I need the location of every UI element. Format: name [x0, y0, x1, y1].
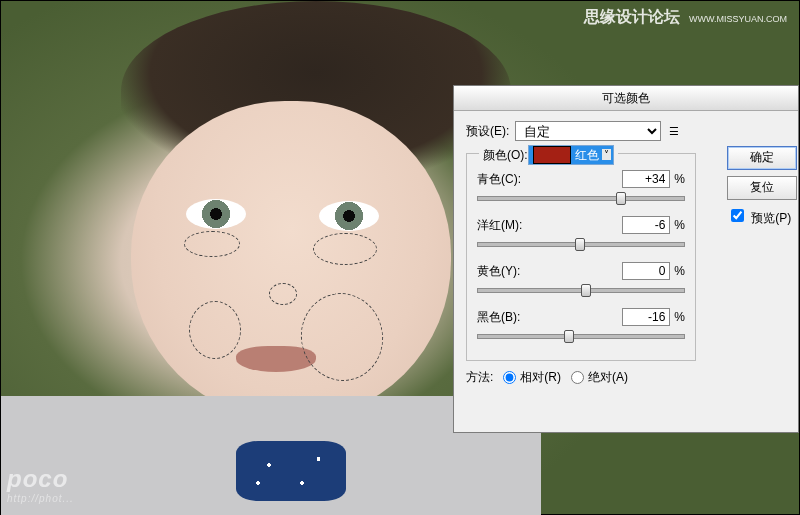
subject-face — [131, 101, 451, 421]
slider-black: 黑色(B): % — [477, 308, 685, 342]
preview-checkbox[interactable] — [731, 209, 744, 222]
watermark-chinese: 思缘设计论坛 — [584, 8, 680, 25]
slider-track[interactable] — [477, 328, 685, 342]
color-select[interactable]: 红色 ˅ — [528, 145, 614, 165]
preset-label: 预设(E): — [466, 123, 509, 140]
slider-label: 洋红(M): — [477, 217, 622, 234]
subject-eye-right — [319, 201, 379, 231]
absolute-label: 绝对(A) — [588, 369, 628, 386]
slider-magenta: 洋红(M): % — [477, 216, 685, 250]
slider-value-input[interactable] — [622, 170, 670, 188]
absolute-radio[interactable] — [571, 371, 584, 384]
watermark-sub: http://phot... — [7, 493, 74, 504]
slider-value-input[interactable] — [622, 262, 670, 280]
slider-track[interactable] — [477, 190, 685, 204]
slider-track[interactable] — [477, 282, 685, 296]
slider-label: 黑色(B): — [477, 309, 622, 326]
color-group: 颜色(O): 红色 ˅ 青色(C): % — [466, 153, 696, 361]
slider-value-input[interactable] — [622, 216, 670, 234]
color-value: 红色 — [575, 147, 599, 164]
chevron-down-icon: ˅ — [602, 149, 611, 160]
method-label: 方法: — [466, 369, 493, 386]
selection-marquee[interactable] — [184, 231, 240, 257]
color-swatch-icon — [533, 146, 571, 164]
selection-marquee[interactable] — [189, 301, 241, 359]
preset-menu-icon[interactable]: ☰ — [669, 125, 679, 138]
percent-label: % — [674, 218, 685, 232]
selection-marquee[interactable] — [269, 283, 297, 305]
slider-track[interactable] — [477, 236, 685, 250]
subject-bowtie — [236, 441, 346, 501]
selection-marquee[interactable] — [313, 233, 377, 265]
watermark-brand: poco — [7, 465, 68, 492]
dialog-body: 确定 复位 预览(P) 预设(E): 自定 ☰ 颜色(O): — [454, 111, 798, 433]
slider-thumb[interactable] — [581, 284, 591, 297]
workspace: 思缘设计论坛 WWW.MISSYUAN.COM poco http://phot… — [0, 0, 800, 515]
slider-yellow: 黄色(Y): % — [477, 262, 685, 296]
relative-radio[interactable] — [503, 371, 516, 384]
reset-button[interactable]: 复位 — [727, 176, 797, 200]
watermark-top: 思缘设计论坛 WWW.MISSYUAN.COM — [584, 7, 787, 28]
dialog-title: 可选颜色 — [454, 86, 798, 111]
preset-select[interactable]: 自定 — [515, 121, 661, 141]
percent-label: % — [674, 310, 685, 324]
color-label: 颜色(O): — [483, 147, 528, 164]
slider-thumb[interactable] — [564, 330, 574, 343]
slider-thumb[interactable] — [575, 238, 585, 251]
percent-label: % — [674, 264, 685, 278]
watermark-bottom-left: poco http://phot... — [7, 465, 74, 504]
percent-label: % — [674, 172, 685, 186]
dialog-side-buttons: 确定 复位 预览(P) — [719, 146, 799, 227]
ok-button[interactable]: 确定 — [727, 146, 797, 170]
relative-label: 相对(R) — [520, 369, 561, 386]
slider-value-input[interactable] — [622, 308, 670, 326]
slider-label: 青色(C): — [477, 171, 622, 188]
slider-label: 黄色(Y): — [477, 263, 622, 280]
method-row: 方法: 相对(R) 绝对(A) — [466, 369, 790, 386]
slider-thumb[interactable] — [616, 192, 626, 205]
preview-label: 预览(P) — [751, 211, 791, 225]
slider-cyan: 青色(C): % — [477, 170, 685, 204]
subject-eye-left — [186, 199, 246, 229]
watermark-url: WWW.MISSYUAN.COM — [689, 14, 787, 24]
selective-color-dialog: 可选颜色 确定 复位 预览(P) 预设(E): 自定 ☰ — [453, 85, 799, 433]
